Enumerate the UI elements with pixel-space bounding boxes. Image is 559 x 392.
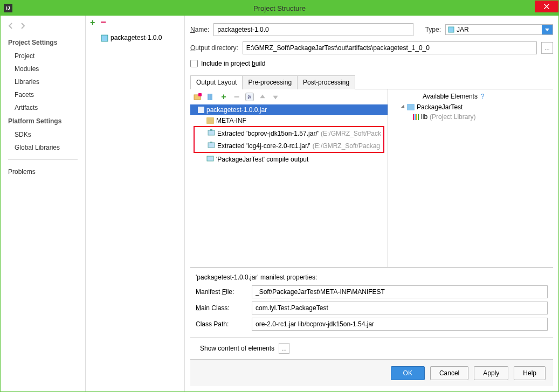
dialog-footer: OK Cancel Apply Help <box>190 359 553 386</box>
tree-metainf-label: META-INF <box>216 117 246 124</box>
nav-sdks[interactable]: SDKs <box>1 128 85 141</box>
nav-global-libraries[interactable]: Global Libraries <box>1 141 85 154</box>
tree-item-label: 'PackageJarTest' compile output <box>216 156 308 163</box>
output-dir-input[interactable] <box>243 41 537 54</box>
output-layout-tree[interactable]: packagetest-1.0.0.jar META-INF Extracted… <box>190 104 388 267</box>
module-output-icon <box>206 155 214 164</box>
available-elements-help[interactable]: ? <box>481 93 485 100</box>
help-button[interactable]: Help <box>514 366 546 380</box>
available-elements-title: Available Elements <box>423 93 478 100</box>
tab-post-processing[interactable]: Post-processing <box>297 75 355 89</box>
available-lib-node[interactable]: lib (Project Library) <box>392 112 549 122</box>
svg-rect-2 <box>101 35 108 41</box>
type-value: JAR <box>457 26 469 33</box>
svg-rect-12 <box>210 129 212 131</box>
library-icon <box>413 114 419 120</box>
new-folder-icon[interactable] <box>194 93 202 101</box>
move-up-icon[interactable] <box>258 93 267 101</box>
folder-icon <box>206 117 214 124</box>
remove-artifact-button[interactable]: − <box>100 19 106 27</box>
jar-icon <box>101 34 107 41</box>
nav-back-icon[interactable] <box>7 22 15 31</box>
browse-output-dir-button[interactable]: … <box>541 42 553 54</box>
svg-rect-6 <box>208 94 210 100</box>
add-artifact-button[interactable]: + <box>90 19 95 27</box>
highlighted-extracted-group: Extracted 'bcprov-jdk15on-1.57.jar/' (E:… <box>194 126 384 153</box>
close-icon <box>544 4 549 9</box>
module-icon <box>407 104 415 110</box>
nav-modules[interactable]: Modules <box>1 62 85 75</box>
section-project-settings: Project Settings <box>1 36 85 50</box>
available-lib-label: lib <box>421 113 427 121</box>
jar-icon <box>448 26 454 33</box>
remove-button[interactable]: − <box>232 93 241 101</box>
available-project-label: PackageJarTest <box>417 103 463 111</box>
left-nav: Project Settings Project Modules Librari… <box>1 16 86 391</box>
tree-item-path: (E:/GMRZ_Soft/Packag <box>313 142 380 150</box>
artifact-type-select[interactable]: JAR <box>445 24 553 35</box>
tree-item-path: (E:/GMRZ_Soft/Pack <box>321 130 381 137</box>
nav-artifacts[interactable]: Artifacts <box>1 101 85 114</box>
available-lib-hint: (Project Library) <box>430 113 475 121</box>
tree-item-label: Extracted 'bcprov-jdk15on-1.57.jar/' <box>217 130 319 137</box>
close-button[interactable] <box>535 1 558 12</box>
ok-button[interactable]: OK <box>391 366 425 380</box>
tree-metainf[interactable]: META-INF <box>190 115 388 126</box>
type-label: Type: <box>425 26 441 33</box>
show-content-label: Show content of elements <box>200 345 274 352</box>
svg-rect-13 <box>208 143 215 148</box>
manifest-heading: 'packagetest-1.0.0.jar' manifest propert… <box>196 274 548 281</box>
artifact-detail: Name: Type: JAR Output directory: … Incl… <box>185 16 558 391</box>
available-project-node[interactable]: PackageJarTest <box>392 102 549 112</box>
tree-extracted-bcprov[interactable]: Extracted 'bcprov-jdk15on-1.57.jar/' (E:… <box>195 127 383 139</box>
archive-icon <box>208 141 215 150</box>
artifact-list-panel: + − packagetest-1.0.0 <box>86 16 185 391</box>
move-down-icon[interactable] <box>271 93 280 101</box>
nav-libraries[interactable]: Libraries <box>1 75 85 88</box>
artifact-item[interactable]: packagetest-1.0.0 <box>86 31 184 45</box>
manifest-file-input[interactable] <box>252 285 548 298</box>
sort-icon[interactable]: az <box>245 93 254 101</box>
archive-icon <box>198 107 204 113</box>
artifact-name-input[interactable] <box>213 23 413 36</box>
include-build-checkbox[interactable] <box>190 60 198 67</box>
apply-button[interactable]: Apply <box>474 366 508 380</box>
manifest-file-label: Manifest File: <box>196 288 247 296</box>
tree-extracted-log4j[interactable]: Extracted 'log4j-core-2.0-rc1.jar/' (E:/… <box>195 139 383 152</box>
svg-rect-11 <box>208 130 215 135</box>
main-class-input[interactable] <box>252 302 548 314</box>
tree-compile-output[interactable]: 'PackageJarTest' compile output <box>190 153 388 165</box>
add-copy-button[interactable]: + <box>219 93 228 101</box>
main-class-label: Main Class: <box>196 304 247 312</box>
svg-rect-3 <box>448 27 454 32</box>
cancel-button[interactable]: Cancel <box>430 366 468 380</box>
titlebar: IJ Project Structure <box>1 1 558 16</box>
svg-rect-15 <box>207 156 213 161</box>
window-title: Project Structure <box>253 4 306 12</box>
artifact-name-label: packagetest-1.0.0 <box>111 34 162 41</box>
tab-pre-processing[interactable]: Pre-processing <box>242 75 298 89</box>
name-label: Name: <box>190 26 209 33</box>
available-elements-panel: Available Elements ? PackageJarTest lib … <box>388 89 553 267</box>
expand-icon <box>401 104 406 109</box>
output-dir-label: Output directory: <box>190 44 238 52</box>
svg-rect-7 <box>210 94 212 100</box>
class-path-label: Class Path: <box>196 320 247 328</box>
output-layout-tree-panel: + − az packagetest-1.0.0.jar <box>190 89 388 267</box>
class-path-input[interactable] <box>252 318 548 331</box>
nav-problems[interactable]: Problems <box>1 165 85 178</box>
nav-forward-icon[interactable] <box>19 22 26 31</box>
include-build-label: Include in project build <box>201 60 265 67</box>
tree-root-jar[interactable]: packagetest-1.0.0.jar <box>190 104 388 115</box>
tab-output-layout[interactable]: Output Layout <box>190 75 243 89</box>
svg-rect-14 <box>210 142 212 143</box>
manifest-properties: 'packagetest-1.0.0.jar' manifest propert… <box>190 268 553 337</box>
tree-item-label: Extracted 'log4j-core-2.0-rc1.jar/' <box>217 142 310 150</box>
new-directory-icon[interactable] <box>206 93 215 101</box>
show-content-options-button[interactable]: … <box>279 343 289 354</box>
tree-root-label: packagetest-1.0.0.jar <box>206 106 267 114</box>
nav-facets[interactable]: Facets <box>1 88 85 101</box>
app-icon: IJ <box>4 4 12 12</box>
nav-project[interactable]: Project <box>1 50 85 62</box>
archive-icon <box>208 129 215 138</box>
